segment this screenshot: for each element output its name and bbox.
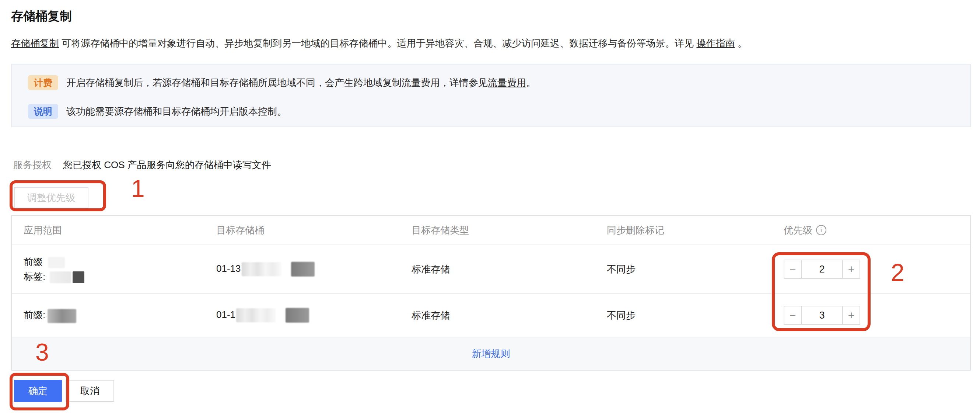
- storage-class-cell: 标准存储: [400, 309, 595, 322]
- adjust-priority-button[interactable]: 调整优先级: [14, 187, 88, 208]
- redacted-tag-block: [73, 271, 84, 283]
- redacted-bucket-region: [286, 308, 309, 323]
- priority-decrease-button[interactable]: −: [784, 260, 801, 279]
- priority-value-input[interactable]: 3: [801, 306, 843, 325]
- priority-increase-button[interactable]: +: [843, 260, 860, 279]
- table-footer-row: 新增规则: [12, 336, 970, 370]
- priority-stepper: − 3 +: [784, 306, 860, 325]
- redacted-bucket-region: [291, 262, 315, 277]
- bucket-replication-link[interactable]: 存储桶复制: [11, 38, 59, 49]
- description-tail: 。: [735, 38, 747, 49]
- target-bucket-cell: 01-1: [204, 308, 400, 323]
- target-bucket-cell: 01-13: [204, 262, 400, 277]
- header-target-storage-class: 目标存储类型: [400, 224, 595, 237]
- redacted-prefix-value: [48, 309, 76, 323]
- redacted-bucket-name: [242, 262, 282, 276]
- scope-cell: 前缀 标签:: [12, 254, 204, 284]
- header-target-bucket: 目标存储桶: [204, 224, 400, 237]
- billing-badge: 计费: [28, 75, 58, 90]
- scope-cell: 前缀:: [12, 308, 204, 323]
- header-sync-delete-marker: 同步删除标记: [595, 224, 776, 237]
- service-authorization-row: 服务授权 您已授权 COS 产品服务向您的存储桶中读写文件: [13, 159, 52, 171]
- sync-delete-cell: 不同步: [595, 263, 776, 276]
- add-rule-link[interactable]: 新增规则: [472, 348, 510, 360]
- priority-value-input[interactable]: 2: [801, 260, 843, 279]
- header-priority: 优先级 i: [776, 224, 969, 237]
- annotation-marker-1: 1: [131, 176, 145, 201]
- description-text: 可将源存储桶中的增量对象进行自动、异步地复制到另一地域的目标存储桶中。适用于异地…: [59, 38, 696, 49]
- scope-tag-line: 标签:: [24, 269, 204, 284]
- header-scope: 应用范围: [12, 224, 204, 237]
- table-header-row: 应用范围 目标存储桶 目标存储类型 同步删除标记 优先级 i: [12, 216, 970, 244]
- billing-notice-row: 计费 开启存储桶复制后，若源存储桶和目标存储桶所属地域不同，会产生跨地域复制流量…: [28, 75, 970, 90]
- bucket-replication-page: 存储桶复制 存储桶复制 可将源存储桶中的增量对象进行自动、异步地复制到另一地域的…: [0, 0, 980, 413]
- operation-guide-link[interactable]: 操作指南: [696, 38, 735, 49]
- priority-decrease-button[interactable]: −: [784, 306, 801, 325]
- scope-prefix-line: 前缀: [24, 254, 204, 269]
- priority-cell: − 3 +: [776, 306, 969, 325]
- priority-stepper: − 2 +: [784, 260, 860, 279]
- billing-notice-text: 开启存储桶复制后，若源存储桶和目标存储桶所属地域不同，会产生跨地域复制流量费用，…: [66, 77, 536, 89]
- storage-class-cell: 标准存储: [400, 263, 595, 276]
- page-title: 存储桶复制: [11, 8, 72, 25]
- sync-delete-cell: 不同步: [595, 309, 776, 322]
- note-notice-text: 该功能需要源存储桶和目标存储桶均开启版本控制。: [66, 105, 286, 118]
- service-authorization-label: 服务授权: [13, 159, 52, 171]
- priority-info-icon[interactable]: i: [816, 225, 826, 235]
- replication-rules-table: 应用范围 目标存储桶 目标存储类型 同步删除标记 优先级 i 前缀 标签: 01…: [11, 215, 971, 371]
- traffic-fee-link[interactable]: 流量费用: [488, 77, 526, 88]
- page-description: 存储桶复制 可将源存储桶中的增量对象进行自动、异步地复制到另一地域的目标存储桶中…: [11, 37, 747, 50]
- note-badge: 说明: [28, 104, 58, 119]
- redacted-prefix-value: [48, 257, 65, 268]
- redacted-bucket-name: [236, 308, 276, 322]
- table-row: 前缀: 01-1 标准存储 不同步 − 3 +: [12, 293, 970, 336]
- redacted-tag-value: [50, 271, 71, 283]
- scope-prefix-line: 前缀:: [24, 308, 204, 323]
- service-authorization-value: 您已授权 COS 产品服务向您的存储桶中读写文件: [63, 159, 271, 171]
- confirm-button[interactable]: 确定: [14, 380, 62, 402]
- priority-cell: − 2 +: [776, 260, 969, 279]
- cancel-button[interactable]: 取消: [65, 380, 114, 402]
- priority-increase-button[interactable]: +: [843, 306, 860, 325]
- note-notice-row: 说明 该功能需要源存储桶和目标存储桶均开启版本控制。: [28, 104, 970, 119]
- table-row: 前缀 标签: 01-13 标准存储 不同步 − 2 +: [12, 244, 970, 293]
- notice-box: 计费 开启存储桶复制后，若源存储桶和目标存储桶所属地域不同，会产生跨地域复制流量…: [11, 64, 971, 127]
